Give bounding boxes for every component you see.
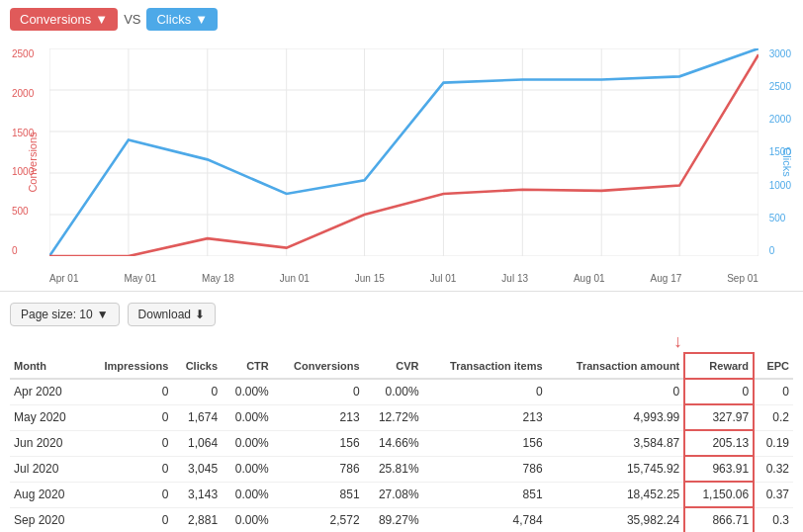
table-cell: Apr 2020 [10,379,84,404]
data-table: Month Impressions Clicks CTR Conversions… [10,352,793,532]
conversions-label: Conversions [20,12,91,27]
table-cell: 327.97 [684,404,754,430]
table-cell: 4,993.99 [547,404,685,430]
header-controls: Conversions ▼ VS Clicks ▼ [0,0,803,39]
table-cell: 35,982.24 [547,507,685,532]
table-cell: 0.32 [754,456,793,482]
table-cell: 27.08% [364,482,423,507]
table-cell: 851 [273,482,364,507]
table-cell: 1,150.06 [684,482,754,507]
toolbar: Page size: 10 ▼ Download ⬇ [0,297,803,332]
table-body: Apr 2020000.00%00.00%0000May 202001,6740… [10,379,793,532]
table-row: Aug 202003,1430.00%85127.08%85118,452.25… [10,482,793,507]
table-cell: 0 [84,456,173,482]
table-cell: 2,572 [273,507,364,532]
table-cell: 963.91 [684,456,754,482]
divider [0,291,803,292]
reward-arrow-container: ↓ [0,332,803,350]
clicks-dropdown[interactable]: Clicks ▼ [146,8,218,31]
table-row: May 202001,6740.00%21312.72%2134,993.993… [10,404,793,430]
table-row: Jun 202001,0640.00%15614.66%1563,584.872… [10,430,793,456]
page-size-caret-icon: ▼ [97,308,109,321]
table-cell: 25.81% [364,456,423,482]
table-cell: 786 [423,456,547,482]
y-right-ticks: 3000 2500 2000 1500 1000 500 0 [769,48,791,256]
col-reward: Reward [684,353,754,379]
table-cell: 18,452.25 [547,482,685,507]
conversions-caret-icon: ▼ [95,12,108,27]
table-cell: 0 [84,482,173,507]
page-size-button[interactable]: Page size: 10 ▼ [10,303,120,326]
x-axis-labels: Apr 01 May 01 May 18 Jun 01 Jun 15 Jul 0… [49,273,758,284]
table-cell: 0 [754,379,793,404]
table-cell: 2,881 [172,507,222,532]
table-wrapper: Month Impressions Clicks CTR Conversions… [0,352,803,532]
table-cell: 0.00% [222,430,273,456]
table-cell: 0.00% [222,404,273,430]
table-cell: 0.00% [364,379,423,404]
col-month: Month [10,353,84,379]
table-cell: 205.13 [684,430,754,456]
table-cell: 0.00% [222,456,273,482]
clicks-label: Clicks [156,12,191,27]
col-ctr: CTR [222,353,273,379]
col-epc: EPC [754,353,793,379]
table-cell: 786 [273,456,364,482]
download-button[interactable]: Download ⬇ [128,303,216,326]
table-cell: 0 [684,379,754,404]
table-cell: 3,584.87 [547,430,685,456]
chart-svg [49,48,758,256]
table-cell: 0 [423,379,547,404]
table-cell: 1,674 [172,404,222,430]
table-cell: 0.37 [754,482,793,507]
col-impressions: Impressions [84,353,173,379]
table-cell: 0.19 [754,430,793,456]
table-cell: 12.72% [364,404,423,430]
table-cell: 14.66% [364,430,423,456]
col-transaction-items: Transaction items [423,353,547,379]
clicks-caret-icon: ▼ [195,12,208,27]
table-cell: 15,745.92 [547,456,685,482]
table-cell: 0 [273,379,364,404]
table-header-row: Month Impressions Clicks CTR Conversions… [10,353,793,379]
table-cell: 156 [423,430,547,456]
table-cell: 0 [84,430,173,456]
download-label: Download [138,308,191,321]
table-cell: Jul 2020 [10,456,84,482]
table-cell: 0.00% [222,482,273,507]
table-cell: 213 [273,404,364,430]
table-cell: Sep 2020 [10,507,84,532]
table-row: Jul 202003,0450.00%78625.81%78615,745.92… [10,456,793,482]
table-cell: Aug 2020 [10,482,84,507]
table-cell: 0.00% [222,379,273,404]
table-cell: 3,045 [172,456,222,482]
col-transaction-amount: Transaction amount [547,353,685,379]
table-cell: 213 [423,404,547,430]
conversions-dropdown[interactable]: Conversions ▼ [10,8,118,31]
table-row: Apr 2020000.00%00.00%0000 [10,379,793,404]
download-icon: ⬇ [195,308,205,321]
page-size-label: Page size: 10 [21,308,93,321]
table-cell: 0 [84,507,173,532]
table-cell: 0.3 [754,507,793,532]
conversions-line [49,54,758,256]
table-cell: 0 [547,379,685,404]
table-cell: 866.71 [684,507,754,532]
y-left-ticks: 2500 2000 1500 1000 500 0 [12,48,34,256]
table-cell: 89.27% [364,507,423,532]
table-cell: 0.2 [754,404,793,430]
col-cvr: CVR [364,353,423,379]
table-cell: 851 [423,482,547,507]
reward-arrow-icon: ↓ [673,332,740,350]
table-cell: 0.00% [222,507,273,532]
table-cell: 0 [172,379,222,404]
table-cell: 4,784 [423,507,547,532]
table-cell: 0 [84,404,173,430]
table-cell: 156 [273,430,364,456]
table-cell: 0 [84,379,173,404]
table-cell: 1,064 [172,430,222,456]
col-conversions: Conversions [273,353,364,379]
chart-container: Conversions Clicks 2500 2000 1500 1000 5… [0,39,803,286]
col-clicks: Clicks [172,353,222,379]
table-row: Sep 202002,8810.00%2,57289.27%4,78435,98… [10,507,793,532]
